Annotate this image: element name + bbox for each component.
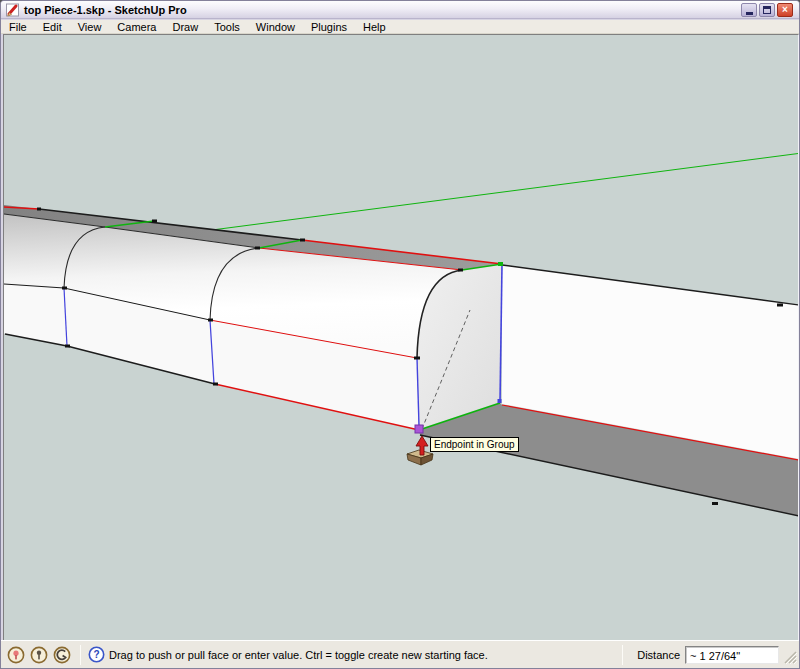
menu-draw[interactable]: Draw [164,20,206,33]
endcap-corner-marker [498,262,503,266]
status-hint-text: Drag to push or pull face or enter value… [109,649,488,661]
measurement-input[interactable]: ~ 1 27/64" [685,646,779,664]
menu-plugins[interactable]: Plugins [303,20,355,33]
menu-file[interactable]: File [1,20,35,33]
endcap-lower-corner-marker [498,399,502,403]
minimize-icon [746,12,753,15]
distance-label: Distance [637,649,680,661]
maximize-icon [763,6,771,14]
menu-tools[interactable]: Tools [206,20,248,33]
svg-text:?: ? [93,649,99,660]
sketchup-window: top Piece-1.skp - SketchUp Pro × File Ed… [0,0,800,669]
endpoint-marker[interactable] [415,425,423,433]
help-icon[interactable]: ? [88,646,105,663]
status-compass-icon[interactable] [53,646,71,664]
statusbar-separator [80,645,81,665]
status-bar: ? Drag to push or pull face or enter val… [1,640,799,668]
statusbar-separator-2 [622,645,623,665]
menu-bar: File Edit View Camera Draw Tools Window … [1,20,799,34]
menu-window[interactable]: Window [248,20,303,33]
menu-view[interactable]: View [70,20,110,33]
menu-help[interactable]: Help [355,20,394,33]
maximize-button[interactable] [759,3,775,17]
window-title: top Piece-1.skp - SketchUp Pro [24,4,187,16]
3d-viewport[interactable] [3,34,799,642]
minimize-button[interactable] [741,3,757,17]
resize-grip-icon[interactable] [783,647,797,667]
close-button[interactable]: × [777,3,793,17]
model-scene [4,35,799,642]
menu-edit[interactable]: Edit [35,20,70,33]
status-red-pin-icon[interactable] [7,646,25,664]
inference-tooltip: Endpoint in Group [430,437,519,452]
menu-camera[interactable]: Camera [109,20,164,33]
status-dark-pin-icon[interactable] [30,646,48,664]
sketchup-logo-icon [6,3,20,17]
close-icon: × [782,5,788,15]
title-bar[interactable]: top Piece-1.skp - SketchUp Pro × [1,1,799,19]
